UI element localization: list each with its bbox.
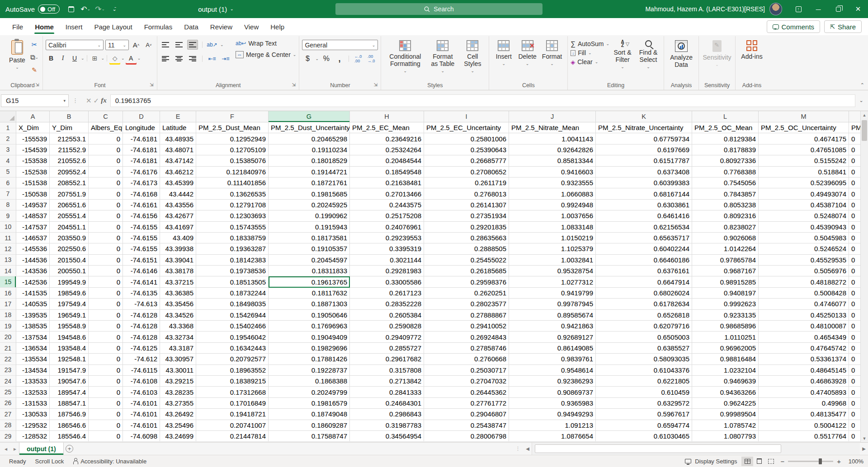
cell[interactable]: PM_2.5_OC_Uncertainty xyxy=(759,122,849,133)
cell[interactable]: 0.19105357 xyxy=(269,243,350,254)
cell[interactable]: 0.45250133 xyxy=(759,310,849,321)
decrease-font-size-button[interactable]: A˅ xyxy=(143,40,154,50)
column-header-A[interactable]: A xyxy=(16,111,50,122)
align-center-button[interactable] xyxy=(174,54,184,64)
cell[interactable]: 0.94363266 xyxy=(692,387,759,397)
cell[interactable]: 43.42677 xyxy=(160,210,196,221)
formula-bar-divider[interactable]: ⋮ xyxy=(69,97,82,104)
cell[interactable]: 191547.9 xyxy=(50,365,89,376)
cell[interactable]: 43.3187 xyxy=(160,343,196,354)
row-header-14[interactable]: 14 xyxy=(0,266,16,276)
cell[interactable]: 0.29281983 xyxy=(350,266,424,276)
row-header-21[interactable]: 21 xyxy=(0,343,16,354)
comma-style-button[interactable]: , xyxy=(334,54,345,64)
cell[interactable]: 0.9924948 xyxy=(509,200,596,210)
cell[interactable]: 197549.4 xyxy=(50,299,89,309)
cell[interactable]: 0.48135477 xyxy=(759,409,849,420)
cell[interactable]: 0.19546042 xyxy=(196,332,269,342)
cell[interactable]: 0.48188272 xyxy=(759,276,849,287)
cell[interactable]: 0.25324264 xyxy=(350,145,424,155)
document-title[interactable]: output (1) ⌄ xyxy=(198,5,234,13)
new-sheet-button[interactable]: + xyxy=(64,443,75,455)
cell[interactable]: 205551.4 xyxy=(50,210,89,221)
cell[interactable]: 0.6376161 xyxy=(596,266,692,276)
cell[interactable]: -136534 xyxy=(16,343,50,354)
row-header-10[interactable]: 10 xyxy=(0,222,16,233)
accounting-format-button[interactable]: $ xyxy=(302,54,313,64)
ribbon-display-options-button[interactable]: ↑ xyxy=(788,0,808,18)
cell[interactable]: -135534 xyxy=(16,354,50,364)
cell[interactable]: 0.48645145 xyxy=(759,365,849,376)
clear-button[interactable]: ◈ Clear ⌄ xyxy=(571,58,609,65)
cell[interactable]: -137534 xyxy=(16,332,50,342)
cell[interactable]: -141535 xyxy=(16,288,50,299)
cell[interactable]: 43.34526 xyxy=(160,310,196,321)
cell[interactable]: 0.68167144 xyxy=(596,188,692,199)
cell[interactable]: 0.23649216 xyxy=(350,133,424,144)
cell[interactable]: 0.18721761 xyxy=(269,177,350,188)
cell[interactable]: -149537 xyxy=(16,200,50,210)
cell[interactable]: 43.28235 xyxy=(160,387,196,397)
cell[interactable]: -74.6125 xyxy=(123,343,160,354)
cell[interactable]: 0.12303693 xyxy=(196,210,269,221)
column-header-K[interactable]: K xyxy=(596,111,692,122)
cell[interactable]: 43.48071 xyxy=(160,145,196,155)
cell[interactable]: 0.25030717 xyxy=(424,365,509,376)
cell[interactable]: -150538 xyxy=(16,188,50,199)
cell[interactable]: 0.61043376 xyxy=(596,365,692,376)
cell[interactable]: 0.49968 xyxy=(759,398,849,409)
cell[interactable]: 0.20484544 xyxy=(350,155,424,166)
cell[interactable]: 0 xyxy=(89,167,123,177)
cell[interactable]: 0.19363287 xyxy=(196,243,269,254)
cell[interactable]: 204551.1 xyxy=(50,222,89,233)
cell[interactable]: -142536 xyxy=(16,276,50,287)
cell[interactable]: 0.18549548 xyxy=(350,167,424,177)
cell[interactable]: 1.0807793 xyxy=(692,431,759,442)
cell[interactable]: 0.58093035 xyxy=(596,354,692,364)
row-header-12[interactable]: 12 xyxy=(0,243,16,254)
cell[interactable]: 1.0142264 xyxy=(692,243,759,254)
cell[interactable]: 0.8092316 xyxy=(692,210,759,221)
page-layout-view-button[interactable] xyxy=(753,457,765,466)
cell[interactable]: 199549.9 xyxy=(50,276,89,287)
cell[interactable]: 0.5248074 xyxy=(759,210,849,221)
restore-button[interactable] xyxy=(828,0,848,18)
cell[interactable]: 43.41697 xyxy=(160,222,196,233)
cell[interactable]: 0.3021144 xyxy=(350,255,424,266)
cell[interactable]: 190547.6 xyxy=(50,376,89,387)
collapse-ribbon-button[interactable]: ⌃ xyxy=(860,82,864,88)
cell[interactable]: 1.0660883 xyxy=(509,188,596,199)
bold-button[interactable]: B xyxy=(46,53,57,63)
cell[interactable]: 0.610459 xyxy=(596,387,692,397)
cell[interactable]: 0.53361374 xyxy=(759,354,849,364)
cell[interactable]: 0.5056976 xyxy=(759,266,849,276)
scroll-lock-indicator[interactable]: Scroll Lock xyxy=(31,458,69,465)
cell[interactable]: 0.47645742 xyxy=(759,343,849,354)
cell[interactable]: 0.9687167 xyxy=(692,266,759,276)
cell[interactable]: -138535 xyxy=(16,321,50,332)
cell[interactable]: 0.18513505 xyxy=(196,276,269,287)
cell[interactable]: 0.19613765 xyxy=(269,276,350,287)
cell[interactable]: -74.6168 xyxy=(123,188,160,199)
cell[interactable]: -74.6173 xyxy=(123,177,160,188)
font-dialog-launcher[interactable]: ⇲ xyxy=(150,83,155,88)
cell[interactable]: 0.9421863 xyxy=(509,321,596,332)
cell[interactable]: 0.9419799 xyxy=(509,288,596,299)
font-family-select[interactable]: Calibri ⌄ xyxy=(46,40,104,50)
cell[interactable]: 0.49493074 xyxy=(759,188,849,199)
cell[interactable]: -74.6155 xyxy=(123,222,160,233)
cell[interactable]: 0.5246524 xyxy=(759,243,849,254)
cell[interactable]: 0.6373408 xyxy=(596,167,692,177)
cell[interactable]: 0.6197669 xyxy=(596,145,692,155)
accessibility-status[interactable]: Accessibility: Unavailable xyxy=(68,458,151,465)
cell[interactable]: -74.613 xyxy=(123,299,160,309)
row-header-28[interactable]: 28 xyxy=(0,420,16,431)
cell[interactable]: 0.29617682 xyxy=(350,354,424,364)
cell[interactable]: 0.5008428 xyxy=(759,288,849,299)
cell[interactable]: 0.9323555 xyxy=(509,177,596,188)
cell[interactable]: 0.52396095 xyxy=(759,177,849,188)
cell[interactable]: 0.20792577 xyxy=(196,354,269,364)
cell[interactable]: 0.9992623 xyxy=(692,299,759,309)
cell[interactable]: -146537 xyxy=(16,233,50,243)
cell[interactable]: 0.6526818 xyxy=(596,310,692,321)
